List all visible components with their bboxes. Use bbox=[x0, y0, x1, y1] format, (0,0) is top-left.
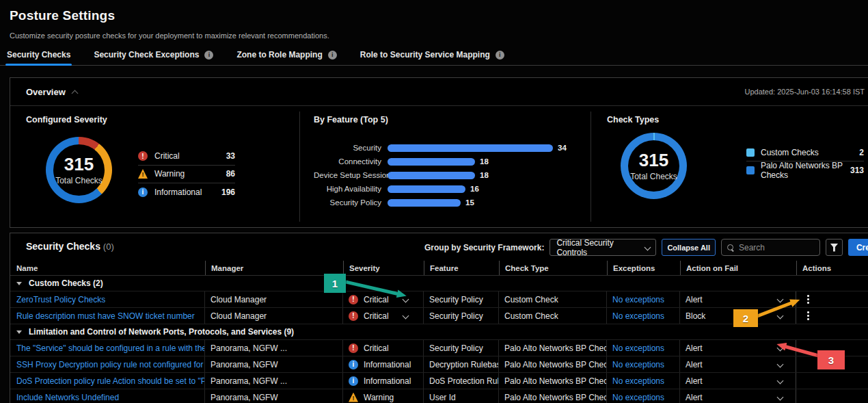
total-checks-value: 315 bbox=[639, 151, 668, 169]
manager-cell: Cloud Manager bbox=[205, 291, 343, 307]
group-name: Limitation and Control of Network Ports,… bbox=[29, 327, 294, 337]
severity-label: Critical bbox=[364, 311, 389, 321]
tab-bar: Security Checks i Security Check Excepti… bbox=[0, 48, 868, 66]
column-header[interactable]: Severity bbox=[343, 261, 424, 275]
callout-2: 2 bbox=[733, 309, 758, 327]
chart-title: Configured Severity bbox=[26, 115, 299, 125]
chevron-up-icon[interactable] bbox=[71, 90, 78, 96]
legend-swatch bbox=[746, 166, 755, 174]
severity-icon: i bbox=[138, 187, 148, 197]
bar-row: Security Policy 15 bbox=[314, 196, 591, 209]
caret-down-icon[interactable] bbox=[16, 282, 22, 285]
info-icon[interactable]: i bbox=[204, 51, 213, 60]
search-box[interactable] bbox=[721, 239, 820, 256]
info-icon[interactable]: i bbox=[496, 51, 504, 60]
legend-swatch bbox=[746, 148, 755, 157]
search-input[interactable] bbox=[739, 243, 814, 252]
severity-donut: 315 Total Checks bbox=[46, 137, 112, 203]
bar bbox=[388, 199, 461, 207]
action-dropdown-chevron[interactable] bbox=[777, 361, 784, 368]
actions-cell bbox=[796, 389, 868, 403]
action-on-fail-cell: Alert bbox=[680, 356, 796, 372]
column-header[interactable]: Exceptions bbox=[607, 261, 680, 275]
action-dropdown-chevron[interactable] bbox=[777, 394, 784, 401]
legend-label: Custom Checks bbox=[761, 148, 819, 157]
check-name-link[interactable]: DoS Protection policy rule Action should… bbox=[16, 376, 204, 386]
legend-row: ! Warning 86 bbox=[138, 166, 235, 183]
action-dropdown-chevron[interactable] bbox=[777, 378, 784, 385]
check-name-link[interactable]: The "Service" should be configured in a … bbox=[16, 343, 204, 353]
action-dropdown-chevron[interactable] bbox=[777, 313, 784, 320]
table-row: Include Networks Undefined Panorama, NGF… bbox=[10, 389, 868, 403]
column-header[interactable]: Feature bbox=[424, 261, 499, 275]
manager-cell: Panorama, NGFW ... bbox=[205, 373, 343, 389]
action-on-fail-value: Alert bbox=[686, 360, 703, 369]
tab[interactable]: Security Check Exceptions i bbox=[94, 50, 213, 65]
table-header: NameManagerSeverityFeatureCheck TypeExce… bbox=[10, 261, 868, 276]
exceptions-link[interactable]: No exceptions bbox=[612, 393, 664, 402]
framework-select[interactable]: Critical Security Controls bbox=[550, 239, 656, 256]
action-dropdown-chevron[interactable] bbox=[777, 296, 784, 303]
tab[interactable]: Zone to Role Mapping i bbox=[236, 50, 336, 65]
kebab-menu-icon[interactable] bbox=[806, 310, 811, 322]
severity-legend: ! Critical 33 ! Warning 86 i Information… bbox=[138, 148, 235, 201]
check-type-cell: Palo Alto Networks BP Check bbox=[499, 373, 607, 389]
column-header[interactable]: Check Type bbox=[499, 261, 607, 275]
caret-down-icon[interactable] bbox=[16, 330, 22, 334]
check-name-link[interactable]: Rule description must have SNOW ticket n… bbox=[16, 311, 195, 321]
table-body: Custom Checks (2) ZeroTrust Policy Check… bbox=[10, 276, 868, 403]
check-name-link[interactable]: ZeroTrust Policy Checks bbox=[16, 295, 105, 304]
severity-dropdown-chevron[interactable] bbox=[403, 296, 409, 303]
checks-toolbar: Security Checks (0) Group by Security Fr… bbox=[10, 233, 868, 261]
severity-icon: ! bbox=[138, 151, 148, 161]
feature-cell: Security Policy bbox=[424, 308, 499, 324]
checks-count: (0) bbox=[103, 242, 114, 252]
severity-label: Critical bbox=[364, 295, 389, 304]
severity-label: Critical bbox=[364, 343, 389, 353]
check-type-cell: Palo Alto Networks BP Check bbox=[499, 389, 607, 403]
page-subtitle: Customize security posture checks for yo… bbox=[10, 31, 868, 40]
column-header[interactable]: Action on Fail bbox=[680, 261, 796, 275]
tab[interactable]: Security Checks i bbox=[7, 50, 70, 65]
action-on-fail-value: Alert bbox=[686, 393, 703, 402]
action-on-fail-cell: Alert bbox=[680, 373, 796, 389]
exceptions-link[interactable]: No exceptions bbox=[612, 343, 664, 353]
create-custom-check-button[interactable]: Create Custom Check bbox=[848, 239, 868, 256]
checks-title: Security Checks (0) bbox=[26, 241, 114, 252]
filter-button[interactable] bbox=[826, 239, 843, 256]
table-row: ZeroTrust Policy Checks Cloud Manager ! … bbox=[10, 291, 868, 308]
check-name-link[interactable]: SSH Proxy Decryption policy rule not con… bbox=[16, 360, 204, 369]
legend-value: 33 bbox=[226, 151, 235, 161]
severity-label: Warning bbox=[364, 393, 394, 402]
legend-value: 313 bbox=[850, 166, 864, 175]
action-on-fail-cell: Alert bbox=[680, 291, 796, 307]
action-dropdown-chevron[interactable] bbox=[777, 345, 784, 352]
legend-label: Palo Alto Networks BP Checks bbox=[761, 161, 844, 180]
total-checks-label: Total Checks bbox=[630, 172, 677, 181]
info-icon[interactable]: i bbox=[328, 51, 337, 60]
collapse-all-button[interactable]: Collapse All bbox=[662, 239, 716, 256]
group-row[interactable]: Custom Checks (2) bbox=[10, 276, 868, 291]
exceptions-link[interactable]: No exceptions bbox=[612, 295, 664, 304]
legend-value: 86 bbox=[226, 169, 235, 179]
exceptions-link[interactable]: No exceptions bbox=[612, 360, 664, 369]
severity-cell: ! Critical bbox=[343, 291, 424, 307]
severity-cell: ! Warning bbox=[343, 389, 424, 403]
bar-value: 16 bbox=[470, 185, 479, 193]
legend-label: Critical bbox=[154, 151, 180, 161]
callout-1: 1 bbox=[324, 274, 346, 293]
exceptions-link[interactable]: No exceptions bbox=[612, 376, 664, 386]
action-on-fail-value: Alert bbox=[686, 295, 703, 304]
tab[interactable]: Role to Security Service Mapping i bbox=[360, 50, 504, 65]
column-header[interactable]: Name bbox=[10, 261, 205, 275]
check-name-link[interactable]: Include Networks Undefined bbox=[16, 393, 119, 402]
legend-value: 2 bbox=[859, 148, 864, 157]
severity-dropdown-chevron[interactable] bbox=[403, 313, 409, 320]
exceptions-link[interactable]: No exceptions bbox=[612, 311, 664, 321]
total-checks-value: 315 bbox=[64, 155, 94, 173]
column-header[interactable]: Actions bbox=[796, 261, 868, 275]
legend-row: ! Critical 33 bbox=[138, 148, 235, 166]
overview-panel: Overview Updated: 2025-Jun-03 16:14:58 I… bbox=[10, 77, 868, 228]
column-header[interactable]: Manager bbox=[205, 261, 343, 275]
kebab-menu-icon[interactable] bbox=[806, 294, 811, 305]
